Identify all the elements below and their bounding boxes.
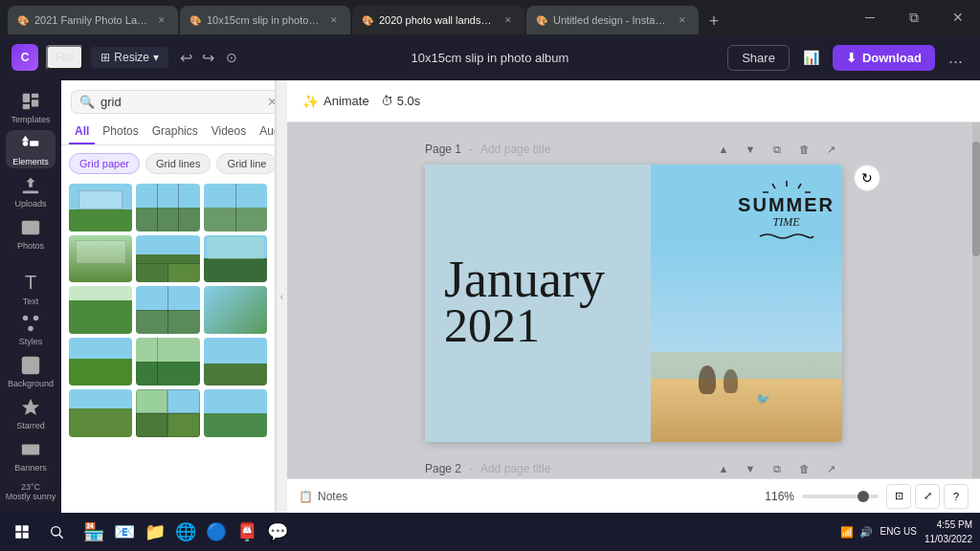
- grid-item-15[interactable]: [204, 389, 267, 437]
- zoom-thumb[interactable]: [858, 491, 869, 502]
- grid-item-3[interactable]: [204, 184, 267, 231]
- grid-item-8[interactable]: [136, 286, 199, 334]
- tab-3[interactable]: 🎨 2020 photo wall landscape ✕: [352, 6, 524, 34]
- sidebar-item-text[interactable]: T Text: [6, 256, 56, 306]
- taskbar-app-explorer[interactable]: 📁: [142, 518, 168, 545]
- file-menu-button[interactable]: File: [46, 45, 83, 70]
- chip-grid-paper[interactable]: Grid paper: [69, 153, 140, 174]
- canvas-scrollbar[interactable]: [972, 122, 980, 478]
- chip-grid-line[interactable]: Grid line: [216, 153, 275, 174]
- sidebar-item-elements[interactable]: Elements: [6, 130, 56, 168]
- fit-view-button[interactable]: ⊡: [886, 484, 911, 509]
- page-1-canvas[interactable]: January 2021: [425, 165, 842, 442]
- panel-collapse-handle[interactable]: ‹: [276, 80, 287, 513]
- new-tab-button[interactable]: +: [701, 8, 727, 34]
- grid-item-2[interactable]: [136, 184, 199, 231]
- chip-grid-lines[interactable]: Grid lines: [145, 153, 211, 174]
- sidebar-item-banners[interactable]: Banners: [6, 436, 56, 474]
- download-button[interactable]: ⬇ Download: [833, 45, 935, 71]
- resize-button[interactable]: ⊞ Resize ▾: [91, 47, 168, 68]
- grid-item-1[interactable]: [69, 184, 132, 231]
- taskbar-app-teams[interactable]: 💬: [264, 518, 291, 545]
- grid-item-12[interactable]: [204, 338, 267, 386]
- analytics-button[interactable]: 📊: [797, 46, 825, 69]
- taskbar-app-chrome[interactable]: 🌐: [172, 518, 199, 545]
- share-button[interactable]: Share: [727, 45, 790, 71]
- search-icon: 🔍: [79, 95, 95, 109]
- close-button[interactable]: ✕: [936, 0, 980, 34]
- sidebar-item-photos[interactable]: Photos: [6, 214, 56, 253]
- page-2-down-button[interactable]: ▼: [739, 457, 762, 478]
- page-2-separator: -: [469, 462, 473, 475]
- page-1-delete-button[interactable]: 🗑: [792, 138, 815, 161]
- page-2-up-button[interactable]: ▲: [712, 457, 735, 478]
- page-1-up-button[interactable]: ▲: [712, 138, 735, 161]
- canva-logo: C: [11, 44, 38, 71]
- tab-4[interactable]: 🎨 Untitled design - Instagram ✕: [526, 6, 699, 34]
- grid-item-11[interactable]: [136, 338, 199, 386]
- grid-item-13[interactable]: [69, 389, 132, 437]
- sidebar-item-background[interactable]: Background: [6, 352, 56, 390]
- summer-time-text: SUMMER TIME: [738, 179, 835, 241]
- grid-item-6[interactable]: [204, 235, 267, 283]
- weather-widget: 23°C Mostly sunny: [2, 478, 60, 505]
- tab-3-close[interactable]: ✕: [501, 13, 515, 27]
- grid-item-14[interactable]: [136, 389, 199, 437]
- tab-1[interactable]: 🎨 2021 Family Photo Layouts ✕: [8, 6, 178, 34]
- taskbar-app-edge[interactable]: 🔵: [203, 518, 230, 545]
- taskbar-app-outlook[interactable]: 📮: [234, 518, 260, 545]
- sidebar-item-styles[interactable]: Styles: [6, 310, 56, 348]
- taskbar-app-store[interactable]: 🏪: [80, 518, 107, 545]
- tab-1-close[interactable]: ✕: [155, 13, 168, 27]
- svg-rect-14: [22, 444, 39, 454]
- grid-row-3: [69, 286, 267, 334]
- cat-tab-videos[interactable]: Videos: [206, 120, 252, 144]
- page-1-copy-button[interactable]: ⧉: [766, 138, 789, 161]
- rotate-button[interactable]: ↻: [854, 165, 880, 191]
- sidebar-item-starred[interactable]: Starred: [6, 394, 56, 432]
- tab-2[interactable]: 🎨 10x15cm slip in photo albur ✕: [180, 6, 350, 34]
- undo-button[interactable]: ↩: [176, 47, 196, 69]
- fullscreen-button[interactable]: ⤢: [915, 484, 940, 509]
- taskbar-right: 📶 🔊 ENG US 4:55 PM 11/03/2022: [840, 518, 972, 546]
- page-1-add-title[interactable]: Add page title: [480, 143, 550, 156]
- save-icon[interactable]: ⊙: [226, 50, 237, 65]
- canvas-scroll-area[interactable]: Page 1 - Add page title ▲ ▼ ⧉ 🗑 ↗: [287, 122, 980, 478]
- cat-tab-all[interactable]: All: [69, 120, 95, 144]
- tab-4-close[interactable]: ✕: [676, 13, 689, 27]
- page-2-section: Page 2 - Add page title ▲ ▼ ⧉ 🗑 ↗: [425, 457, 842, 478]
- taskbar-search-button[interactable]: [42, 518, 71, 545]
- notes-button[interactable]: 📋 Notes: [299, 490, 347, 503]
- page-2-export-button[interactable]: ↗: [819, 457, 842, 478]
- grid-item-9[interactable]: [204, 286, 267, 334]
- start-button[interactable]: [8, 518, 36, 545]
- page-1-export-button[interactable]: ↗: [819, 138, 842, 161]
- grid-item-10[interactable]: [69, 338, 132, 386]
- grid-item-5[interactable]: [136, 235, 199, 283]
- cat-tab-graphics[interactable]: Graphics: [146, 120, 204, 144]
- animate-icon: ✨: [302, 94, 319, 109]
- page-1-down-button[interactable]: ▼: [739, 138, 762, 161]
- help-button[interactable]: ?: [944, 484, 969, 509]
- minimize-button[interactable]: ─: [848, 0, 892, 34]
- page-2-add-title[interactable]: Add page title: [480, 462, 550, 475]
- animate-button[interactable]: ✨ Animate: [302, 94, 369, 109]
- zoom-slider[interactable]: [802, 495, 879, 498]
- sidebar-item-templates[interactable]: Templates: [6, 88, 56, 126]
- redo-button[interactable]: ↪: [198, 47, 218, 69]
- timer-display[interactable]: ⏱ 5.0s: [381, 94, 421, 108]
- search-clear-icon[interactable]: ✕: [267, 95, 276, 109]
- tab-2-close[interactable]: ✕: [327, 13, 341, 27]
- search-input[interactable]: [100, 95, 261, 109]
- grid-row-5: [69, 389, 267, 437]
- grid-item-7[interactable]: [69, 286, 132, 334]
- more-options-button[interactable]: ...: [943, 44, 969, 72]
- page-2-copy-button[interactable]: ⧉: [766, 457, 789, 478]
- taskbar-app-mail[interactable]: 📧: [111, 518, 138, 545]
- grid-item-4[interactable]: [69, 235, 132, 283]
- cat-tab-audio[interactable]: Audio: [254, 120, 276, 144]
- page-2-delete-button[interactable]: 🗑: [792, 457, 815, 478]
- sidebar-item-uploads[interactable]: Uploads: [6, 172, 56, 210]
- maximize-button[interactable]: ⧉: [892, 0, 936, 34]
- cat-tab-photos[interactable]: Photos: [97, 120, 144, 144]
